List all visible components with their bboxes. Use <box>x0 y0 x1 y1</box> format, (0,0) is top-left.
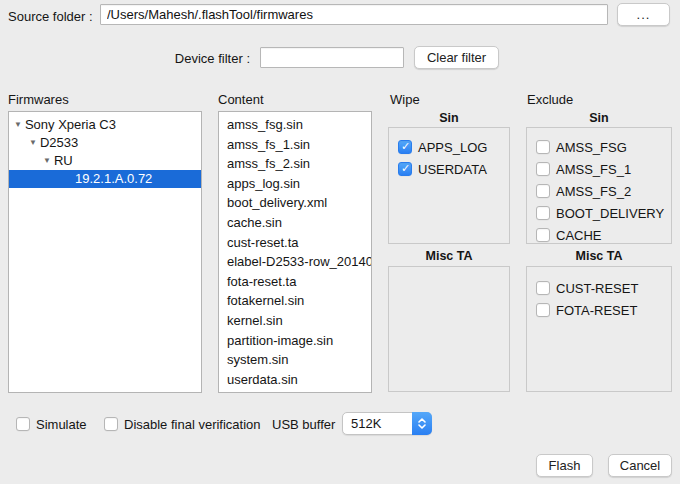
content-list-item[interactable]: fota-reset.ta <box>219 272 371 292</box>
tree-row[interactable]: ▼ 19.2.1.A.0.72 <box>9 170 201 188</box>
wipe-misc-ta-title: Misc TA <box>388 249 510 263</box>
checkbox-icon[interactable] <box>398 140 412 154</box>
checkbox-label: USERDATA <box>418 162 487 177</box>
checkbox-icon[interactable] <box>398 162 412 176</box>
flash-button[interactable]: Flash <box>536 454 593 477</box>
content-list-item[interactable]: cache.sin <box>219 213 371 233</box>
device-filter-label: Device filter : <box>150 51 250 66</box>
tree-row-label: 19.2.1.A.0.72 <box>75 171 152 186</box>
checkbox-label: BOOT_DELIVERY <box>556 206 664 221</box>
source-folder-label: Source folder : <box>8 9 93 24</box>
checkbox-label: AMSS_FSG <box>556 140 627 155</box>
exclude-sin-group: AMSS_FSG AMSS_FS_1 AMSS_FS_2 BOOT_DELIVE… <box>526 127 672 244</box>
exclude-sin-checkbox-row[interactable]: AMSS_FS_2 <box>527 180 671 202</box>
simulate-label: Simulate <box>36 417 87 432</box>
flash-tool-dialog: Source folder : ... Device filter : Clea… <box>0 0 680 484</box>
tree-row[interactable]: ▼ D2533 <box>9 133 201 151</box>
tree-row[interactable]: ▼ RU <box>9 151 201 169</box>
content-heading: Content <box>218 92 264 107</box>
source-folder-input[interactable] <box>100 4 608 25</box>
disclosure-triangle-icon[interactable]: ▼ <box>29 137 37 146</box>
checkbox-icon[interactable] <box>536 162 550 176</box>
checkbox-label: APPS_LOG <box>418 140 487 155</box>
content-list-item[interactable]: boot_delivery.xml <box>219 193 371 213</box>
exclude-misc-checkbox-row[interactable]: FOTA-RESET <box>527 299 671 321</box>
content-list-item[interactable]: amss_fsg.sin <box>219 115 371 135</box>
content-list-item[interactable]: partition-image.sin <box>219 331 371 351</box>
disable-final-verification-checkbox[interactable]: Disable final verification <box>95 413 261 435</box>
content-list-item[interactable]: cust-reset.ta <box>219 233 371 253</box>
tree-row-label: RU <box>54 153 73 168</box>
content-list-item[interactable]: system.sin <box>219 350 371 370</box>
firmwares-heading: Firmwares <box>8 92 69 107</box>
usb-buffer-value: 512K <box>343 416 412 431</box>
checkbox-label: CUST-RESET <box>556 281 638 296</box>
tree-row-label: D2533 <box>40 135 78 150</box>
content-list-item[interactable]: amss_fs_1.sin <box>219 135 371 155</box>
checkbox-icon[interactable] <box>536 303 550 317</box>
device-filter-input[interactable] <box>260 47 404 68</box>
wipe-sin-group: APPS_LOG USERDATA <box>388 127 510 244</box>
browse-button[interactable]: ... <box>617 3 670 26</box>
exclude-misc-ta-title: Misc TA <box>526 249 672 263</box>
wipe-sin-checkbox-row[interactable]: USERDATA <box>389 158 509 180</box>
checkbox-icon[interactable] <box>536 184 550 198</box>
checkbox-icon[interactable] <box>104 417 118 431</box>
content-list-item[interactable]: apps_log.sin <box>219 174 371 194</box>
wipe-misc-ta-group <box>388 266 510 392</box>
cancel-button[interactable]: Cancel <box>608 454 672 477</box>
exclude-sin-checkbox-row[interactable]: BOOT_DELIVERY <box>527 202 671 224</box>
content-list: amss_fsg.sin amss_fs_1.sin amss_fs_2.sin… <box>218 111 372 393</box>
exclude-sin-checkbox-row[interactable]: AMSS_FSG <box>527 136 671 158</box>
checkbox-icon[interactable] <box>536 228 550 242</box>
content-list-item[interactable]: elabel-D2533-row_20140 <box>219 252 371 272</box>
disclosure-triangle-icon[interactable]: ▼ <box>14 119 22 128</box>
content-list-item[interactable]: amss_fs_2.sin <box>219 154 371 174</box>
clear-filter-button[interactable]: Clear filter <box>414 46 499 69</box>
wipe-sin-title: Sin <box>388 111 510 125</box>
checkbox-label: CACHE <box>556 228 602 243</box>
checkbox-icon[interactable] <box>536 281 550 295</box>
exclude-sin-checkbox-row[interactable]: CACHE <box>527 224 671 246</box>
tree-row-label: Sony Xperia C3 <box>25 117 116 132</box>
checkbox-icon[interactable] <box>536 206 550 220</box>
simulate-checkbox[interactable]: Simulate <box>7 413 87 435</box>
checkbox-label: FOTA-RESET <box>556 303 637 318</box>
disclosure-triangle-icon[interactable]: ▼ <box>43 155 51 164</box>
content-list-item[interactable]: userdata.sin <box>219 370 371 390</box>
checkbox-icon[interactable] <box>16 417 30 431</box>
exclude-sin-title: Sin <box>526 111 672 125</box>
exclude-heading: Exclude <box>527 92 573 107</box>
wipe-sin-checkbox-row[interactable]: APPS_LOG <box>389 136 509 158</box>
usb-buffer-select[interactable]: 512K <box>342 412 432 435</box>
checkbox-label: AMSS_FS_2 <box>556 184 631 199</box>
firmwares-tree: ▼ Sony Xperia C3 ▼ D2533 ▼ RU ▼ 19.2.1.A… <box>8 111 202 393</box>
content-list-item[interactable]: fotakernel.sin <box>219 291 371 311</box>
exclude-misc-ta-group: CUST-RESET FOTA-RESET <box>526 266 672 392</box>
popup-stepper-icon[interactable] <box>412 412 432 435</box>
exclude-misc-checkbox-row[interactable]: CUST-RESET <box>527 277 671 299</box>
disable-final-verification-label: Disable final verification <box>124 417 261 432</box>
content-list-item[interactable]: kernel.sin <box>219 311 371 331</box>
usb-buffer-label: USB buffer <box>272 417 335 432</box>
checkbox-icon[interactable] <box>536 140 550 154</box>
checkbox-label: AMSS_FS_1 <box>556 162 631 177</box>
tree-row[interactable]: ▼ Sony Xperia C3 <box>9 115 201 133</box>
exclude-sin-checkbox-row[interactable]: AMSS_FS_1 <box>527 158 671 180</box>
wipe-heading: Wipe <box>390 92 420 107</box>
